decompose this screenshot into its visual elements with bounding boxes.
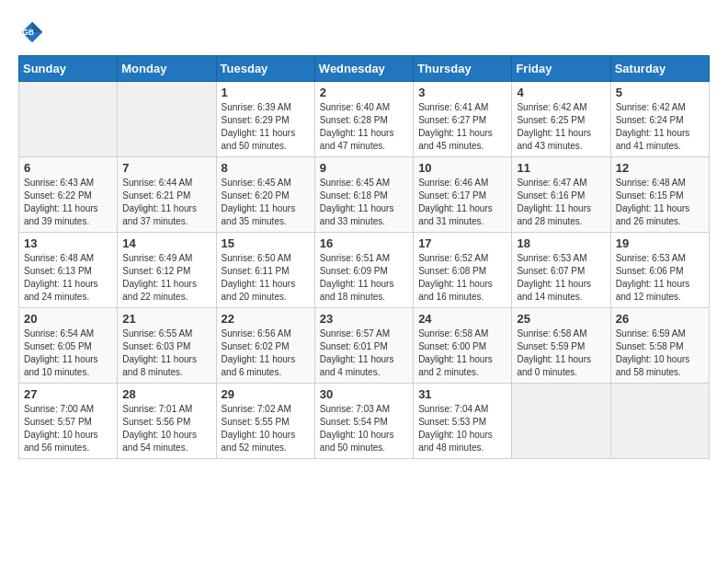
calendar-cell: 1Sunrise: 6:39 AM Sunset: 6:29 PM Daylig… [216,82,314,157]
day-number: 13 [24,236,112,250]
calendar-table: SundayMondayTuesdayWednesdayThursdayFrid… [18,55,710,459]
day-number: 15 [222,236,310,250]
calendar-cell: 31Sunrise: 7:04 AM Sunset: 5:53 PM Dayli… [414,384,512,459]
svg-text:GB: GB [23,29,34,37]
day-number: 17 [418,236,506,250]
weekday-header: Monday [118,56,216,82]
logo: GB [18,18,50,46]
calendar-cell: 9Sunrise: 6:45 AM Sunset: 6:18 PM Daylig… [314,157,413,233]
day-number: 2 [320,86,408,99]
weekday-header: Thursday [414,56,512,82]
day-number: 22 [222,312,310,326]
day-number: 23 [320,312,408,326]
calendar-cell: 21Sunrise: 6:55 AM Sunset: 6:03 PM Dayli… [118,308,216,384]
day-number: 28 [122,387,210,401]
day-number: 14 [122,236,210,250]
day-info: Sunrise: 6:54 AM Sunset: 6:05 PM Dayligh… [24,327,112,379]
calendar-cell: 10Sunrise: 6:46 AM Sunset: 6:17 PM Dayli… [414,157,512,233]
day-number: 18 [517,236,605,250]
calendar-cell: 18Sunrise: 6:53 AM Sunset: 6:07 PM Dayli… [512,233,610,308]
weekday-row: SundayMondayTuesdayWednesdayThursdayFrid… [19,56,710,82]
weekday-header: Friday [512,56,610,82]
day-number: 6 [24,161,112,175]
day-number: 25 [517,312,605,326]
day-info: Sunrise: 7:00 AM Sunset: 5:57 PM Dayligh… [24,403,112,454]
day-info: Sunrise: 6:45 AM Sunset: 6:18 PM Dayligh… [320,177,408,228]
calendar-body: 1Sunrise: 6:39 AM Sunset: 6:29 PM Daylig… [19,82,710,459]
weekday-header: Wednesday [314,56,413,82]
calendar-week: 13Sunrise: 6:48 AM Sunset: 6:13 PM Dayli… [19,233,710,308]
calendar-cell: 15Sunrise: 6:50 AM Sunset: 6:11 PM Dayli… [216,233,314,308]
calendar-cell: 13Sunrise: 6:48 AM Sunset: 6:13 PM Dayli… [19,233,118,308]
calendar-cell: 30Sunrise: 7:03 AM Sunset: 5:54 PM Dayli… [314,384,413,459]
day-number: 20 [24,312,112,326]
day-number: 29 [222,387,310,401]
day-number: 7 [122,161,210,175]
day-info: Sunrise: 7:02 AM Sunset: 5:55 PM Dayligh… [222,403,310,454]
calendar-cell: 25Sunrise: 6:58 AM Sunset: 5:59 PM Dayli… [512,308,610,384]
calendar-cell: 16Sunrise: 6:51 AM Sunset: 6:09 PM Dayli… [314,233,413,308]
day-number: 19 [616,236,704,250]
day-info: Sunrise: 7:03 AM Sunset: 5:54 PM Dayligh… [320,403,408,454]
calendar-cell: 17Sunrise: 6:52 AM Sunset: 6:08 PM Dayli… [414,233,512,308]
day-info: Sunrise: 6:48 AM Sunset: 6:13 PM Dayligh… [24,252,112,304]
day-number: 30 [320,387,408,401]
day-info: Sunrise: 6:58 AM Sunset: 5:59 PM Dayligh… [517,327,605,379]
day-info: Sunrise: 6:43 AM Sunset: 6:22 PM Dayligh… [24,177,112,228]
day-info: Sunrise: 6:47 AM Sunset: 6:16 PM Dayligh… [517,177,605,228]
calendar-cell: 28Sunrise: 7:01 AM Sunset: 5:56 PM Dayli… [118,384,216,459]
day-number: 10 [418,161,506,175]
day-number: 8 [222,161,310,175]
calendar-cell: 4Sunrise: 6:42 AM Sunset: 6:25 PM Daylig… [512,82,610,157]
calendar-cell [610,384,709,459]
logo-icon: GB [18,18,46,46]
day-info: Sunrise: 6:42 AM Sunset: 6:25 PM Dayligh… [517,101,605,153]
day-info: Sunrise: 6:51 AM Sunset: 6:09 PM Dayligh… [320,252,408,304]
calendar-cell: 27Sunrise: 7:00 AM Sunset: 5:57 PM Dayli… [19,384,118,459]
day-info: Sunrise: 6:56 AM Sunset: 6:02 PM Dayligh… [222,327,310,379]
day-info: Sunrise: 6:57 AM Sunset: 6:01 PM Dayligh… [320,327,408,379]
day-info: Sunrise: 7:04 AM Sunset: 5:53 PM Dayligh… [418,403,506,454]
day-number: 21 [122,312,210,326]
calendar-cell: 24Sunrise: 6:58 AM Sunset: 6:00 PM Dayli… [414,308,512,384]
day-number: 11 [517,161,605,175]
day-info: Sunrise: 6:40 AM Sunset: 6:28 PM Dayligh… [320,101,408,153]
calendar-cell [512,384,610,459]
day-number: 16 [320,236,408,250]
day-info: Sunrise: 6:44 AM Sunset: 6:21 PM Dayligh… [122,177,210,228]
calendar-cell: 2Sunrise: 6:40 AM Sunset: 6:28 PM Daylig… [314,82,413,157]
day-info: Sunrise: 6:50 AM Sunset: 6:11 PM Dayligh… [222,252,310,304]
weekday-header: Tuesday [216,56,314,82]
day-info: Sunrise: 6:39 AM Sunset: 6:29 PM Dayligh… [222,101,310,153]
calendar-cell: 23Sunrise: 6:57 AM Sunset: 6:01 PM Dayli… [314,308,413,384]
day-number: 26 [616,312,704,326]
calendar-header: SundayMondayTuesdayWednesdayThursdayFrid… [19,56,710,82]
calendar-week: 20Sunrise: 6:54 AM Sunset: 6:05 PM Dayli… [19,308,710,384]
calendar-cell: 12Sunrise: 6:48 AM Sunset: 6:15 PM Dayli… [610,157,709,233]
day-info: Sunrise: 7:01 AM Sunset: 5:56 PM Dayligh… [122,403,210,454]
calendar-cell: 5Sunrise: 6:42 AM Sunset: 6:24 PM Daylig… [610,82,709,157]
weekday-header: Sunday [19,56,118,82]
day-info: Sunrise: 6:41 AM Sunset: 6:27 PM Dayligh… [418,101,506,153]
calendar-week: 27Sunrise: 7:00 AM Sunset: 5:57 PM Dayli… [19,384,710,459]
day-number: 1 [222,86,310,99]
calendar-cell: 29Sunrise: 7:02 AM Sunset: 5:55 PM Dayli… [216,384,314,459]
calendar-cell [19,82,118,157]
day-info: Sunrise: 6:45 AM Sunset: 6:20 PM Dayligh… [222,177,310,228]
calendar-cell: 7Sunrise: 6:44 AM Sunset: 6:21 PM Daylig… [118,157,216,233]
calendar-week: 6Sunrise: 6:43 AM Sunset: 6:22 PM Daylig… [19,157,710,233]
day-number: 31 [418,387,506,401]
day-number: 24 [418,312,506,326]
calendar-cell: 14Sunrise: 6:49 AM Sunset: 6:12 PM Dayli… [118,233,216,308]
day-number: 27 [24,387,112,401]
day-number: 9 [320,161,408,175]
day-info: Sunrise: 6:53 AM Sunset: 6:06 PM Dayligh… [616,252,704,304]
day-number: 12 [616,161,704,175]
day-info: Sunrise: 6:42 AM Sunset: 6:24 PM Dayligh… [616,101,704,153]
day-number: 3 [418,86,506,99]
calendar-cell: 8Sunrise: 6:45 AM Sunset: 6:20 PM Daylig… [216,157,314,233]
day-info: Sunrise: 6:46 AM Sunset: 6:17 PM Dayligh… [418,177,506,228]
calendar-cell: 20Sunrise: 6:54 AM Sunset: 6:05 PM Dayli… [19,308,118,384]
calendar-cell: 22Sunrise: 6:56 AM Sunset: 6:02 PM Dayli… [216,308,314,384]
calendar-cell [118,82,216,157]
